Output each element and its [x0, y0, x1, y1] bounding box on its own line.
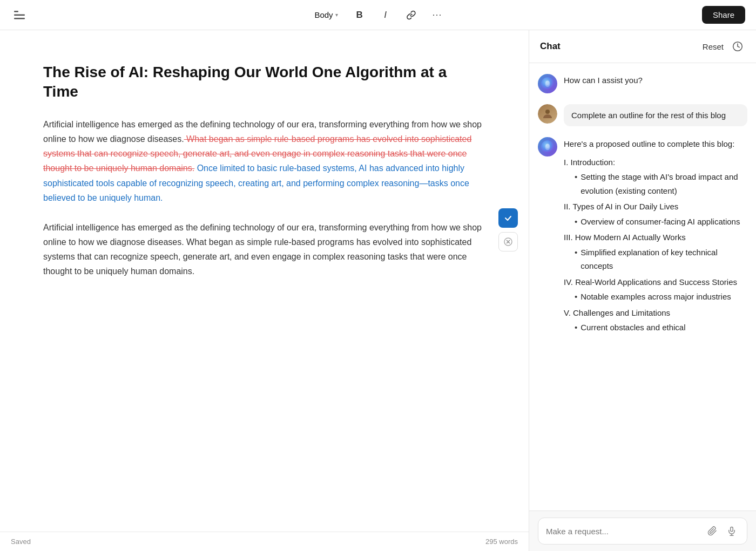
user-message-bubble: Complete an outline for the rest of this…	[564, 104, 747, 126]
chat-message-ai-2: Here's a proposed outline to complete th…	[538, 137, 747, 337]
bullet-dot: •	[575, 246, 577, 273]
outline-section-3-bullet: • Simplified explanation of key technica…	[564, 246, 747, 273]
bullet-dot: •	[575, 290, 577, 304]
chevron-down-icon: ▾	[335, 12, 338, 18]
user-message-text: Complete an outline for the rest of this…	[571, 111, 726, 120]
bold-button[interactable]: B	[351, 6, 368, 24]
sidebar-toggle-button[interactable]	[11, 6, 28, 24]
outline-section-3: III. How Modern AI Actually Works • Simp…	[564, 230, 747, 273]
bullet-dot: •	[575, 170, 577, 198]
attach-file-button[interactable]	[705, 523, 720, 539]
svg-point-8	[545, 110, 550, 114]
ai-message-1-bubble: How can I assist you?	[564, 74, 747, 87]
outline-section-1-title: I. Introduction:	[564, 155, 747, 169]
toolbar-center: Body ▾ B I ···	[310, 6, 446, 24]
svg-rect-12	[731, 527, 733, 532]
chat-input[interactable]	[546, 527, 700, 536]
chat-input-area	[529, 511, 756, 551]
chat-title: Chat	[540, 41, 561, 52]
svg-point-11	[546, 144, 550, 148]
outline-section-3-title: III. How Modern AI Actually Works	[564, 230, 747, 244]
save-status: Saved	[11, 538, 31, 546]
outline-section-2-title: II. Types of AI in Our Daily Lives	[564, 200, 747, 214]
outline-section-1-bullet: • Setting the stage with AI's broad impa…	[564, 170, 747, 198]
italic-button[interactable]: I	[377, 6, 394, 24]
ai-avatar-2	[538, 137, 557, 157]
outline-section-5-bullet: • Current obstacles and ethical	[564, 321, 747, 335]
chat-message-user: Complete an outline for the rest of this…	[538, 104, 747, 126]
svg-rect-0	[14, 11, 18, 12]
editor-paragraph-1: Artificial intelligence has emerged as t…	[43, 117, 485, 205]
accept-suggestion-button[interactable]	[498, 208, 518, 228]
outline-section-1: I. Introduction: • Setting the stage wit…	[564, 155, 747, 198]
outline-section-2: II. Types of AI in Our Daily Lives • Ove…	[564, 200, 747, 228]
chat-header-actions: Reset	[703, 39, 745, 54]
chat-header: Chat Reset	[529, 30, 756, 63]
voice-input-button[interactable]	[724, 523, 739, 539]
ai-message-1-text: How can I assist you?	[564, 76, 643, 85]
editor-paragraph-2: Artificial intelligence has emerged as t…	[43, 220, 485, 279]
chat-message-ai-1: How can I assist you?	[538, 74, 747, 93]
toolbar-left	[11, 6, 28, 24]
toolbar-right: Share	[702, 6, 745, 24]
outline-section-2-bullet: • Overview of consumer-facing AI applica…	[564, 215, 747, 229]
suggestion-buttons-container	[498, 208, 518, 251]
body-style-label: Body	[314, 10, 333, 19]
outline-section-4: IV. Real-World Applications and Success …	[564, 275, 747, 304]
reset-button[interactable]: Reset	[703, 42, 724, 51]
toolbar: Body ▾ B I ··· Share	[0, 0, 756, 30]
outline-section-5: V. Challenges and Limitations • Current …	[564, 306, 747, 335]
outline-section-3-bullet-text: Simplified explanation of key technical …	[580, 246, 747, 273]
svg-rect-2	[14, 18, 25, 19]
editor-content[interactable]: The Rise of AI: Reshaping Our World One …	[0, 30, 529, 532]
body-style-selector[interactable]: Body ▾	[310, 8, 342, 22]
outline-section-4-title: IV. Real-World Applications and Success …	[564, 275, 747, 289]
ai-outline-content: Here's a proposed outline to complete th…	[564, 137, 747, 335]
word-count: 295 words	[485, 538, 518, 546]
reject-suggestion-button[interactable]	[498, 232, 518, 251]
outline-intro: Here's a proposed outline to complete th…	[564, 137, 747, 151]
share-button[interactable]: Share	[702, 6, 745, 24]
outline-section-4-bullet-text: Notable examples across major industries	[580, 290, 731, 304]
main-area: The Rise of AI: Reshaping Our World One …	[0, 30, 756, 551]
outline-section-4-bullet: • Notable examples across major industri…	[564, 290, 747, 304]
user-avatar-image	[538, 104, 557, 124]
svg-rect-1	[14, 14, 25, 16]
chat-history-button[interactable]	[730, 39, 745, 54]
bullet-dot: •	[575, 321, 577, 335]
chat-panel: Chat Reset	[529, 30, 756, 551]
editor-footer: Saved 295 words	[0, 532, 529, 551]
ai-avatar-1	[538, 74, 557, 93]
ai-message-2-bubble: Here's a proposed outline to complete th…	[564, 137, 747, 337]
link-button[interactable]	[403, 6, 420, 24]
chat-messages: How can I assist you? Complete an outlin…	[529, 63, 756, 511]
editor-panel: The Rise of AI: Reshaping Our World One …	[0, 30, 529, 551]
outline-section-2-bullet-text: Overview of consumer-facing AI applicati…	[580, 215, 740, 229]
document-title: The Rise of AI: Reshaping Our World One …	[43, 63, 485, 102]
outline-section-5-title: V. Challenges and Limitations	[564, 306, 747, 320]
outline-section-5-bullet-text: Current obstacles and ethical	[580, 321, 685, 335]
user-avatar	[538, 104, 557, 124]
more-options-button[interactable]: ···	[429, 6, 446, 24]
bullet-dot: •	[575, 215, 577, 229]
svg-point-7	[546, 81, 550, 85]
chat-input-wrapper	[538, 518, 747, 545]
outline-section-1-bullet-text: Setting the stage with AI's broad impact…	[580, 170, 747, 198]
